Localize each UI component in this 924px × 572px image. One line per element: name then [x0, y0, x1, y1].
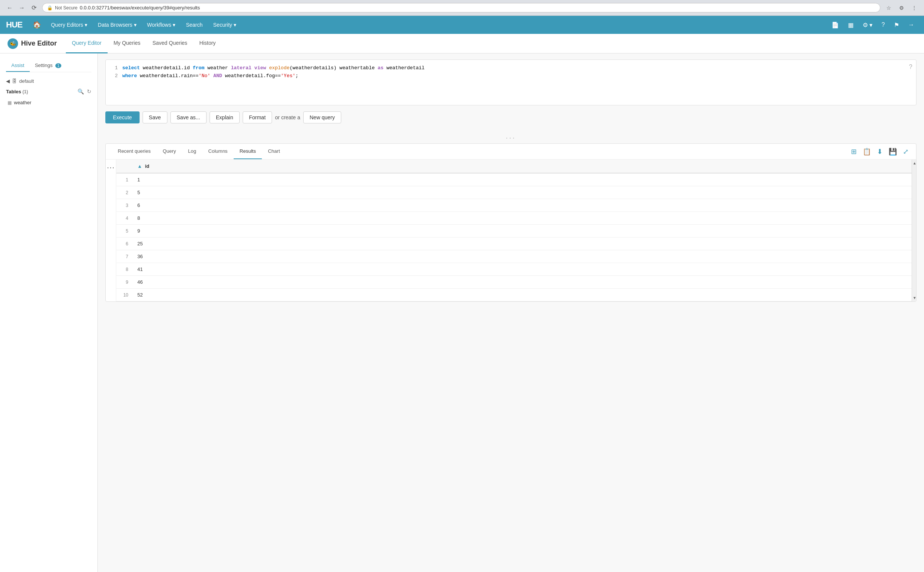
sidebar-icon-actions: 🔍 ↻ — [78, 89, 92, 95]
help-icon[interactable]: ? — [909, 64, 912, 70]
forward-button[interactable]: → — [17, 3, 27, 13]
save-button[interactable]: Save — [143, 111, 168, 123]
nav-right-actions: 📄 ▦ ⚙ ▾ ? ⚑ → — [828, 16, 918, 34]
header-row: ▲ id — [116, 160, 912, 173]
ellipsis-row: ... — [106, 129, 916, 143]
chevron-down-icon: ▾ — [85, 22, 87, 28]
sidebar-tab-settings[interactable]: Settings 1 — [30, 59, 67, 72]
tab-saved-queries[interactable]: Saved Queries — [146, 34, 193, 53]
table-icon: ▦ — [8, 100, 12, 106]
id-value: 5 — [131, 186, 912, 199]
nav-help-icon[interactable]: ? — [878, 16, 888, 34]
expand-button[interactable]: ⤢ — [901, 146, 910, 157]
nav-arrow-icon[interactable]: → — [904, 16, 918, 34]
code-editor[interactable]: 1 select weatherdetail.id from weather l… — [106, 60, 916, 105]
export-grid-button[interactable]: ⊞ — [849, 146, 858, 157]
nav-table-icon[interactable]: ▦ — [844, 16, 857, 34]
chevron-down-icon: ▾ — [234, 22, 236, 28]
results-header: Recent queries Query Log Columns Results — [106, 144, 916, 160]
execute-button[interactable]: Execute — [106, 111, 140, 123]
table-row: 4 8 — [116, 212, 912, 225]
data-table: ▲ id 1 1 2 5 3 6 4 8 5 9 — [116, 160, 912, 302]
table-header: ▲ id — [116, 160, 912, 173]
nav-query-editors[interactable]: Query Editors ▾ — [45, 16, 93, 34]
hive-editor-title: 🐝 Hive Editor — [8, 38, 57, 49]
save-as-button[interactable]: Save as... — [171, 111, 207, 123]
tab-history[interactable]: History — [193, 34, 222, 53]
nav-settings-icon[interactable]: ⚙ ▾ — [859, 16, 876, 34]
id-value: 9 — [131, 225, 912, 238]
row-number: 5 — [116, 225, 131, 238]
download-button[interactable]: ⬇ — [876, 146, 884, 157]
results-tab-results[interactable]: Results — [234, 144, 262, 159]
tab-query-editor[interactable]: Query Editor — [66, 34, 107, 53]
editor-area: 1 select weatherdetail.id from weather l… — [98, 53, 924, 572]
nav-search[interactable]: Search — [180, 16, 208, 34]
table-row: 8 41 — [116, 263, 912, 276]
or-create-text: or create a — [275, 114, 300, 120]
hive-icon: 🐝 — [8, 38, 18, 49]
settings-badge: 1 — [55, 63, 61, 68]
line-number-2: 2 — [112, 72, 118, 80]
sidebar-back[interactable]: ◀ 🗄 default — [6, 78, 92, 84]
code-line-2: 2 where weatherdetail.rain=='No' AND wea… — [112, 72, 910, 80]
scroll-down-button[interactable]: ▼ — [912, 294, 916, 302]
nav-file-icon[interactable]: 📄 — [828, 16, 843, 34]
nav-flag-icon[interactable]: ⚑ — [890, 16, 903, 34]
chevron-down-icon: ▾ — [173, 22, 175, 28]
scrollbar[interactable]: ▲ ▼ — [912, 160, 916, 302]
results-tab-columns[interactable]: Columns — [202, 144, 234, 159]
id-value: 6 — [131, 199, 912, 212]
new-query-button[interactable]: New query — [303, 111, 341, 123]
nav-data-browsers[interactable]: Data Browsers ▾ — [93, 16, 142, 34]
reload-button[interactable]: ⟳ — [29, 3, 39, 13]
format-button[interactable]: Format — [243, 111, 272, 123]
menu-button[interactable]: ⋮ — [909, 3, 919, 13]
tab-my-queries[interactable]: My Queries — [107, 34, 147, 53]
sidebar: Assist Settings 1 ◀ 🗄 default Tables (1)… — [0, 53, 98, 572]
save-results-button[interactable]: 💾 — [887, 146, 898, 157]
row-number: 1 — [116, 173, 131, 186]
refresh-tables-button[interactable]: ↻ — [87, 89, 92, 95]
row-number: 6 — [116, 238, 131, 250]
home-button[interactable]: 🏠 — [28, 16, 45, 34]
star-button[interactable]: ☆ — [884, 3, 894, 13]
lock-icon: 🔒 — [47, 5, 53, 11]
row-number: 4 — [116, 212, 131, 225]
nav-workflows[interactable]: Workflows ▾ — [142, 16, 180, 34]
not-secure-label: Not Secure — [55, 5, 78, 11]
back-button[interactable]: ← — [5, 3, 15, 13]
results-area: Recent queries Query Log Columns Results — [106, 143, 916, 302]
search-tables-button[interactable]: 🔍 — [78, 89, 84, 95]
export-csv-button[interactable]: 📋 — [861, 146, 873, 157]
back-arrow-icon: ◀ — [6, 78, 10, 84]
nav-security[interactable]: Security ▾ — [208, 16, 242, 34]
main-content: Assist Settings 1 ◀ 🗄 default Tables (1)… — [0, 53, 924, 572]
sub-nav: 🐝 Hive Editor Query Editor My Queries Sa… — [0, 34, 924, 53]
results-tabs: Recent queries Query Log Columns Results — [112, 144, 286, 159]
row-actions-dots[interactable]: ⋮ — [107, 164, 115, 173]
table-row: 7 36 — [116, 250, 912, 263]
main-nav: HUE 🏠 Query Editors ▾ Data Browsers ▾ Wo… — [0, 16, 924, 34]
extensions-button[interactable]: ⚙ — [896, 3, 907, 13]
explain-button[interactable]: Explain — [210, 111, 240, 123]
results-actions: ⊞ 📋 ⬇ 💾 ⤢ — [849, 146, 910, 157]
results-tab-query[interactable]: Query — [157, 144, 182, 159]
results-tab-chart[interactable]: Chart — [262, 144, 286, 159]
sidebar-tab-assist[interactable]: Assist — [6, 59, 30, 72]
line-number-1: 1 — [112, 64, 118, 72]
sort-icon: ▲ — [137, 163, 142, 169]
browser-actions: ☆ ⚙ ⋮ — [884, 3, 919, 13]
address-bar[interactable]: 🔒 Not Secure 0.0.0.0:32771/beeswax/execu… — [42, 3, 881, 12]
id-column-header[interactable]: ▲ id — [131, 160, 912, 173]
table-row: 1 1 — [116, 173, 912, 186]
scroll-up-button[interactable]: ▲ — [912, 160, 916, 167]
table-row: 6 25 — [116, 238, 912, 250]
results-tab-recent-queries[interactable]: Recent queries — [112, 144, 157, 159]
query-toolbar: Execute Save Save as... Explain Format o… — [106, 110, 916, 125]
row-number: 8 — [116, 263, 131, 276]
table-item-weather[interactable]: ▦ weather — [6, 98, 92, 107]
results-tab-log[interactable]: Log — [182, 144, 202, 159]
id-value: 25 — [131, 238, 912, 250]
database-icon: 🗄 — [12, 78, 17, 84]
